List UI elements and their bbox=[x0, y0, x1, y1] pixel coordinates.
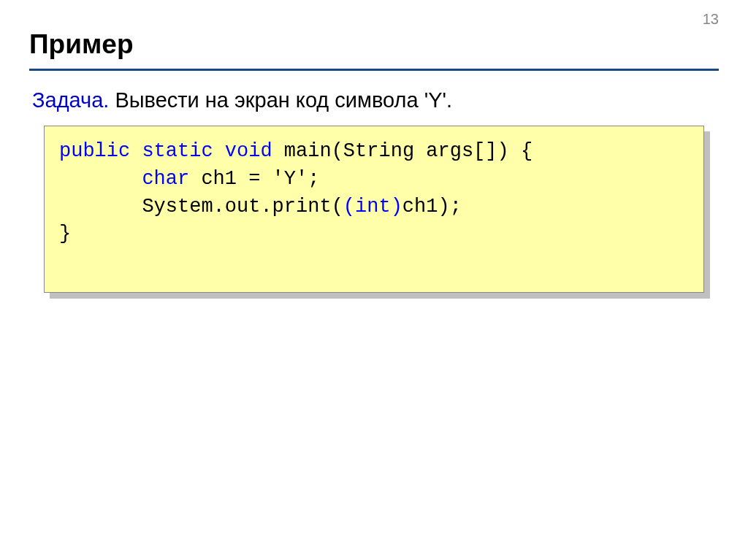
keyword-public-static-void: public static void bbox=[59, 140, 272, 162]
task-label: Задача. bbox=[32, 88, 109, 112]
code-line-2: char ch1 = 'Y'; bbox=[59, 166, 689, 193]
task-description: Задача. Вывести на экран код символа 'Y'… bbox=[32, 88, 719, 112]
code-line-2-rest: ch1 = 'Y'; bbox=[189, 168, 319, 190]
title-divider bbox=[29, 69, 719, 71]
page-number: 13 bbox=[703, 11, 719, 28]
slide-title: Пример bbox=[29, 29, 719, 60]
code-line-1: public static void main(String args[]) { bbox=[59, 138, 689, 166]
code-line-3: System.out.print((int)ch1); bbox=[59, 193, 689, 221]
code-line-3-pre: System.out.print( bbox=[142, 196, 343, 218]
code-line-3-post: ch1); bbox=[402, 196, 462, 218]
code-line-4: } bbox=[59, 220, 689, 248]
code-block: public static void main(String args[]) {… bbox=[44, 126, 704, 293]
code-line-1-rest: main(String args[]) { bbox=[272, 140, 533, 162]
task-text: Вывести на экран код символа 'Y'. bbox=[109, 88, 452, 112]
code-block-container: public static void main(String args[]) {… bbox=[44, 126, 704, 293]
keyword-char: char bbox=[142, 168, 189, 190]
cast-int: (int) bbox=[343, 196, 402, 218]
